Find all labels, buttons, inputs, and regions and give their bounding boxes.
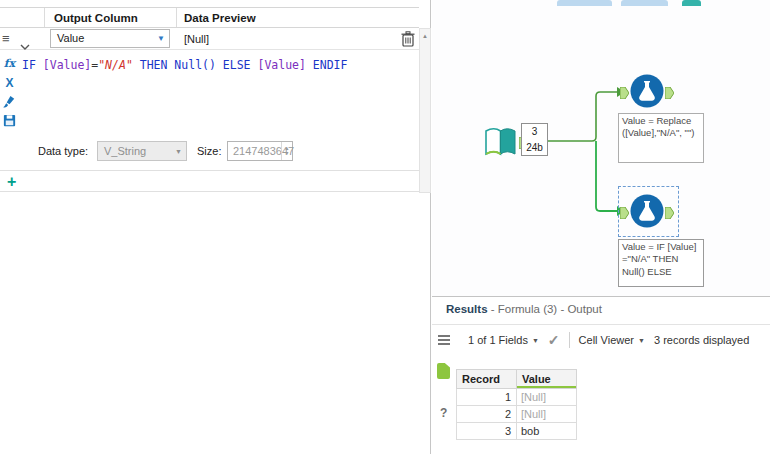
list-icon [438,335,450,345]
add-column-button[interactable]: + [7,172,16,192]
expression-editor-toolbar: fx X [1,55,20,131]
results-title-rest: - Formula (3) - Output [488,303,602,315]
expression-token: "N/A" [98,58,133,72]
formula-2-annotation[interactable]: Value = IF [Value] ="N/A" THEN Null() EL… [618,239,704,287]
expression-token: [Value] [257,58,305,72]
formula-tool-1[interactable] [629,73,665,109]
trash-icon [401,31,415,47]
formula-tool-2[interactable] [629,193,665,229]
output-column-header: Output Column [54,12,138,24]
dropdown-caret-icon: ▼ [638,337,645,344]
help-icon: ? [440,406,447,420]
output-column-row[interactable]: ≡ Value ▼ [Null] [0,28,419,50]
expression-editor[interactable]: IF [Value]="N/A" THEN Null() ELSE [Value… [22,58,347,72]
constants-button[interactable] [1,93,18,110]
formula-1-annotation[interactable]: Value = Replace ([Value],"N/A", "") [618,113,704,163]
table-header-row: Record Value [457,370,577,389]
connection-progress-label[interactable]: 3 24b [521,123,548,156]
value-cell[interactable]: [Null] [517,406,577,423]
expression-token: ELSE [216,58,258,72]
datatype-row: Data type: V_String ▼ Size: 2147483647 ▲… [0,141,419,163]
formula-flask-icon [629,73,665,109]
fields-dropdown[interactable]: 1 of 1 Fields ▼ [468,334,539,346]
record-column-header[interactable]: Record [457,370,517,389]
results-panel: Results - Formula (3) - Output ? 1 of 1 … [432,296,770,454]
apply-check-button[interactable]: ✓ [548,332,560,348]
dropdown-caret-icon: ▼ [532,337,539,344]
add-column-row: + [0,170,419,192]
toolbar-separator [569,332,570,348]
input-data-book-icon [482,123,519,160]
wire-to-formula-2 [596,141,617,211]
data-panel-icon [437,363,450,379]
scroll-up-arrow-icon[interactable]: ▲ [420,30,430,42]
formula-2-input-anchor[interactable] [620,205,629,217]
connection-label-line2: 24b [522,140,547,156]
data-preview-value: [Null] [184,28,209,50]
results-title-bold: Results [446,303,488,315]
functions-button[interactable]: fx [1,55,18,72]
datatype-value: V_String [104,145,146,157]
divider [432,324,770,325]
results-toolbar: 1 of 1 Fields ▼ ✓ Cell Viewer ▼ 3 record… [468,329,749,351]
record-cell[interactable]: 1 [457,389,517,406]
save-disk-icon [2,113,17,128]
dropdown-caret-icon: ▼ [157,35,165,43]
brush-icon [2,94,17,109]
output-columns-grid-header: Output Column Data Preview [0,7,419,28]
output-column-value: Value [57,32,84,44]
expression-token: ENDIF [306,58,348,72]
connection-label-line1: 3 [522,124,547,140]
delete-column-button[interactable] [401,31,417,47]
row-grip-icon[interactable]: ≡ [2,31,10,46]
spinner-down-icon: ▼ [285,151,290,156]
cell-viewer-dropdown[interactable]: Cell Viewer ▼ [579,334,645,346]
x-variable-icon: X [5,76,13,90]
formula-1-output-anchor[interactable] [665,85,674,97]
results-table: Record Value 1 [Null] 2 [Null] 3 bob [456,369,577,440]
datatype-select[interactable]: V_String ▼ [97,141,187,161]
input-data-tool[interactable] [482,123,519,160]
output-column-dropdown[interactable]: Value ▼ [50,29,170,48]
formula-1-input-anchor[interactable] [620,85,629,97]
formula-2-output-anchor[interactable] [665,205,674,217]
record-cell[interactable]: 3 [457,423,517,440]
size-label: Size: [197,145,221,157]
value-cell[interactable]: [Null] [517,389,577,406]
expression-token: [Value] [43,58,91,72]
expression-token: IF [22,58,43,72]
saved-expressions-button[interactable] [1,112,18,129]
workflow-canvas[interactable]: 3 24b Value = Replace ([Value],"N/A", ""… [432,0,770,296]
size-input[interactable]: 2147483647 ▲▼ [227,141,293,161]
record-cell[interactable]: 2 [457,406,517,423]
results-view-list-button[interactable] [438,335,450,345]
results-panel-title: Results - Formula (3) - Output [446,303,602,315]
results-help-button[interactable]: ? [440,403,447,421]
table-row: 2 [Null] [457,406,577,423]
table-row: 3 bob [457,423,577,440]
value-cell[interactable]: bob [517,423,577,440]
column-separator [176,8,177,27]
chevron-down-icon[interactable] [20,36,30,54]
expression-token: Null() [174,58,216,72]
number-spinner[interactable]: ▲▼ [281,142,292,160]
column-separator [44,8,45,27]
data-preview-header: Data Preview [184,12,256,24]
formula-flask-icon [629,193,665,229]
table-row: 1 [Null] [457,389,577,406]
dropdown-caret-icon: ▼ [175,148,182,155]
columns-button[interactable]: X [1,74,18,91]
datatype-label: Data type: [38,145,88,157]
results-data-view-button[interactable] [437,363,450,379]
grid-scrollbar[interactable]: ▲ [419,28,431,193]
cell-viewer-label: Cell Viewer [579,334,634,346]
fx-icon: fx [4,57,15,70]
records-displayed-text: 3 records displayed [654,334,749,346]
fields-dropdown-label: 1 of 1 Fields [468,334,528,346]
formula-config-panel: Output Column Data Preview ≡ Value ▼ [Nu… [0,0,431,454]
expression-token: THEN [133,58,175,72]
value-column-header[interactable]: Value [517,370,577,389]
